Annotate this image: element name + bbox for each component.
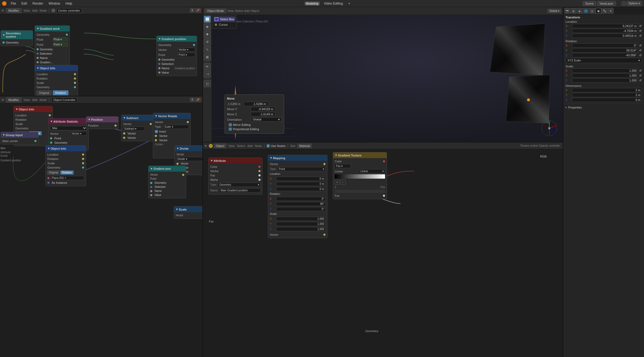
workspace-add[interactable]: + (347, 1, 351, 6)
attr-stat-dropdown[interactable]: Max Min Mean (50, 126, 87, 130)
subtract-node[interactable]: ▾ Subtract Vector Subtract ▾ Vector (121, 115, 154, 141)
render-props-tab[interactable]: 📷 (564, 8, 570, 14)
world-props-tab[interactable]: ◎ (589, 8, 595, 14)
cursor-item[interactable]: ⊕ Cursor (213, 22, 235, 27)
reset-z[interactable]: ↺ (639, 34, 642, 38)
proportional-checkbox[interactable] (229, 127, 232, 131)
particles-tab[interactable]: ✦ (608, 8, 614, 14)
add-menu-2[interactable]: Add (32, 98, 38, 101)
object-btn[interactable]: Object (251, 9, 259, 12)
add-btn[interactable]: Add (244, 9, 250, 12)
view-layer-tab[interactable]: ⬙ (577, 8, 583, 14)
gradient-position-node[interactable]: ▾ Gradient position Geometry Vector Vect… (156, 36, 197, 76)
node-menu-2[interactable]: Node (40, 98, 47, 101)
object-info-top-node[interactable]: ▾ Object Info Location Rotation Scale (35, 65, 78, 96)
remove-stop-btn[interactable]: − (341, 180, 346, 185)
gradient-texture-node[interactable]: ▾ Gradient Texture Color Fac ▾ Linear (333, 152, 387, 199)
gradient-position-bottom-node[interactable]: ▾ Gradient posi Vector Point Geometry (148, 166, 186, 198)
scale-tool[interactable]: ⤡ (204, 46, 211, 53)
mapping-rot-y[interactable]: 90° (276, 202, 326, 206)
location-x[interactable]: 0.24137 m (572, 24, 638, 28)
options-btn[interactable]: Options ▾ (627, 1, 642, 6)
modifier-btn-2[interactable]: Modifier (6, 97, 21, 102)
reset-x[interactable]: ↺ (639, 24, 642, 28)
scene-props-tab[interactable]: 🌐 (583, 8, 589, 14)
shader-view-menu[interactable]: View (228, 144, 235, 148)
object-selector[interactable]: Object (214, 144, 226, 148)
scale-y[interactable]: 1.000 (572, 73, 638, 78)
annotate-tool[interactable]: ✏ (204, 63, 211, 70)
shader-select-menu[interactable]: Select (237, 144, 245, 148)
viewport-3d[interactable]: Object Mode View Select Add Object Globa… (203, 7, 563, 142)
modifier-btn[interactable]: Modifier (6, 8, 21, 13)
fac-slider[interactable] (335, 190, 385, 193)
reset-y[interactable]: ↺ (639, 29, 642, 33)
shader-add-menu[interactable]: Add (247, 144, 253, 148)
mapping-loc-y[interactable]: 0 m (276, 182, 326, 186)
scale-bottom-node[interactable]: ▾ Scale Vector (174, 206, 202, 219)
attr-name-input[interactable]: Main Gradient position (219, 188, 261, 192)
global-selector[interactable]: Global ▾ (547, 9, 561, 13)
viewport-gizmo[interactable]: X Y Z (541, 120, 557, 136)
attribute-node[interactable]: ▾ Attribute Color Vector Fac (208, 158, 262, 195)
gradient-work-node[interactable]: ▾ Gradient work Geometry Float Float ▾ P… (35, 25, 70, 66)
menu-file[interactable]: File (10, 1, 17, 6)
scale-z[interactable]: 1.000 (572, 78, 638, 83)
rotation-y[interactable]: 56.514° (572, 48, 638, 53)
dim-x[interactable]: 2 m (572, 88, 642, 92)
add-stop-btn[interactable]: + (335, 180, 340, 185)
menu-help[interactable]: Help (64, 1, 73, 6)
mirror-checkbox[interactable] (229, 123, 232, 126)
menu-render[interactable]: Render (31, 1, 44, 6)
menu-edit[interactable]: Edit (20, 1, 28, 6)
secondary-system-node[interactable]: ▾ Secondary system Geometry (1, 30, 33, 46)
location-z[interactable]: 0.44516 m (572, 34, 638, 38)
properties-toggle[interactable]: ▸ Properties (566, 106, 642, 109)
mapping-rot-x[interactable]: 0° (276, 197, 326, 201)
view-layer-selector[interactable]: ViewLayer (597, 1, 616, 6)
scale-x[interactable]: 1.000 (572, 68, 638, 73)
rotation-x[interactable]: 0° (572, 43, 638, 48)
location-y[interactable]: -4.7034 m (572, 29, 638, 33)
view-btn[interactable]: View (227, 9, 234, 12)
output-props-tab[interactable]: 🖨 (570, 8, 576, 14)
reset-sx[interactable]: ↺ (639, 69, 642, 73)
cursor-tool[interactable]: ⊕ (204, 23, 211, 30)
pin-btn[interactable]: 📌 (195, 8, 201, 12)
workspace-video-editing[interactable]: Video Editing (323, 1, 344, 6)
orig-tab-2[interactable]: Original (47, 171, 60, 175)
position-node[interactable]: ▾ Position Position (86, 116, 119, 129)
pin-btn-2[interactable]: 📌 (195, 98, 201, 102)
object-props-tab[interactable]: ▣ (595, 8, 601, 14)
move-y-val[interactable]: -0.94159 m (251, 107, 275, 111)
move-x-val[interactable]: -1.5286 m (244, 102, 268, 106)
select-box-item[interactable]: Select Box (213, 17, 235, 22)
reset-ry[interactable]: ↺ (639, 49, 642, 52)
transform-tool[interactable]: ⊞ (204, 54, 211, 61)
rotation-mode-selector[interactable]: XYZ Euler ▾ (566, 58, 642, 63)
menu-window[interactable]: Window (47, 1, 61, 6)
dim-z[interactable]: 0 m (572, 98, 642, 102)
move-z-val[interactable]: -1.6149 m (251, 112, 275, 116)
modifier-props-tab[interactable]: 🔧 (602, 8, 607, 14)
rotate-tool[interactable]: ↺ (204, 38, 211, 45)
node-menu[interactable]: Node (40, 9, 47, 12)
view-menu-2[interactable]: View (24, 98, 30, 101)
group-input-node[interactable]: ▾ Group Input Main center (1, 132, 38, 145)
view-menu[interactable]: View (24, 9, 30, 12)
reset-rx[interactable]: ↺ (639, 44, 642, 47)
shader-node-menu[interactable]: Node (255, 144, 262, 148)
mapping-rot-z[interactable]: 0° (276, 207, 326, 211)
mapping-scale-x[interactable]: 1.000 (276, 217, 326, 221)
reset-sz[interactable]: ↺ (639, 79, 642, 82)
dim-y[interactable]: 2 m (572, 93, 642, 97)
use-nodes-checkbox[interactable]: ✓ (267, 144, 270, 148)
mapping-loc-x[interactable]: 0 m (276, 177, 326, 181)
linear-selector[interactable]: Linear ▾ (359, 169, 385, 173)
rel-tab-2[interactable]: Relative (60, 171, 73, 175)
mapping-scale-y[interactable]: 1.000 (276, 222, 326, 226)
mapping-type-selector[interactable]: Point ▾ (277, 167, 326, 171)
reset-rz[interactable]: ↺ (639, 54, 642, 57)
object-mode-btn[interactable]: Object Mode (205, 9, 226, 13)
orientation-selector[interactable]: Global ▾ (251, 117, 282, 122)
